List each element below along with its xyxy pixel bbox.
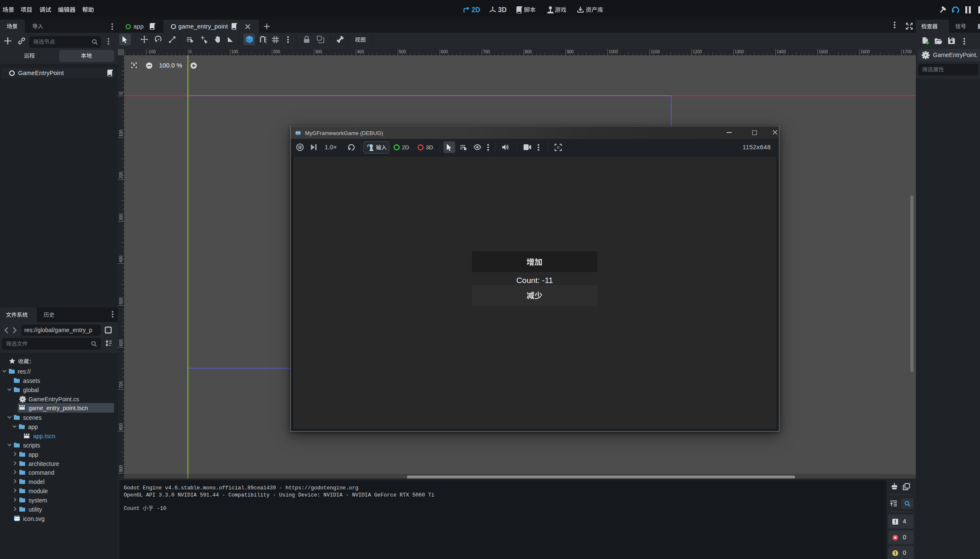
svg-text:300: 300	[119, 213, 123, 221]
svg-text:400: 400	[119, 255, 123, 263]
svg-text:900: 900	[119, 465, 123, 472]
svg-text:700: 700	[119, 381, 123, 388]
svg-text:200: 200	[119, 172, 123, 179]
svg-text:600: 600	[119, 339, 123, 346]
svg-text:100: 100	[119, 130, 123, 137]
svg-text:500: 500	[119, 297, 123, 304]
svg-text:800: 800	[119, 423, 123, 430]
svg-text:0: 0	[119, 92, 123, 95]
